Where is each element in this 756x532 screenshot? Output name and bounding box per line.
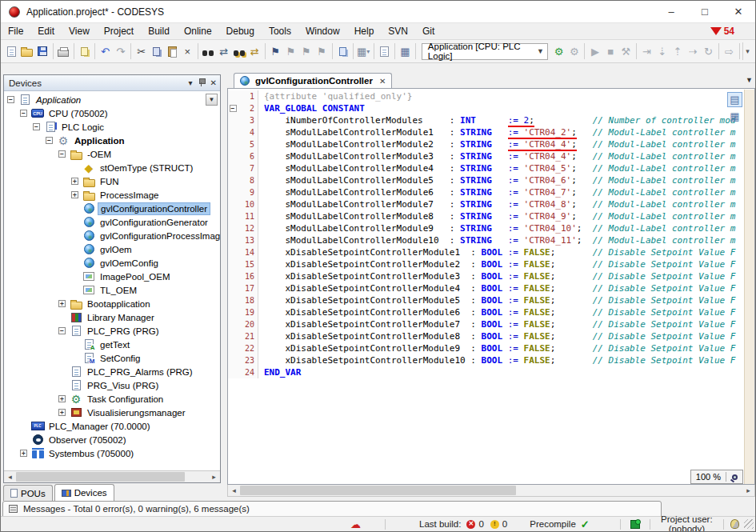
code-line[interactable]: 22 xDisableSetpointControllerModule9 : B… — [228, 342, 754, 354]
tab-pous[interactable]: POUs — [3, 485, 53, 501]
menu-project[interactable]: Project — [97, 24, 141, 38]
reset-icon[interactable]: ↻ — [701, 42, 716, 60]
step-out-icon[interactable]: ⇡ — [670, 42, 685, 60]
bookmark-toggle-icon[interactable]: ⚑ — [268, 42, 283, 60]
editor-vertical-scrollbar[interactable] — [744, 90, 754, 484]
maximize-button[interactable]: □ — [688, 1, 722, 22]
tree-item-plc-logic[interactable]: −PLC Logic — [4, 120, 220, 134]
code-line[interactable]: 21 xDisableSetpointControllerModule8 : B… — [228, 330, 754, 342]
expand-icon[interactable]: + — [58, 300, 66, 307]
tree-item-application[interactable]: −Application▼ — [4, 93, 220, 106]
toolbar-overflow-icon[interactable]: ▾ — [742, 42, 752, 60]
replace-in-project-icon[interactable]: ⇄ — [247, 42, 262, 60]
code-line[interactable]: 6 sModulLabelControllerModule3 : STRING … — [228, 150, 754, 162]
print-icon[interactable] — [56, 42, 71, 60]
tree-item-plc-manager-70-0000-[interactable]: PLCPLC_Manager (70.0000) — [4, 419, 220, 433]
code-line[interactable]: 4 sModulLabelControllerModule1 : STRING … — [228, 126, 754, 138]
export-pages-icon[interactable] — [334, 42, 350, 60]
replace-icon[interactable]: ⇄ — [216, 42, 231, 60]
save-project-icon[interactable] — [34, 42, 50, 60]
tree-item-fun[interactable]: +FUN — [4, 174, 220, 188]
new-object-icon[interactable] — [377, 42, 392, 60]
copy-pages-icon[interactable] — [77, 42, 92, 60]
start-icon[interactable]: ▶ — [587, 42, 602, 60]
code-line[interactable]: 19 xDisableSetpointControllerModule6 : B… — [228, 306, 754, 318]
logout-icon[interactable]: ⚙ — [566, 42, 582, 60]
code-line[interactable]: 20 xDisableSetpointControllerModule7 : B… — [228, 318, 754, 330]
tree-item-library-manager[interactable]: Library Manager — [4, 310, 220, 324]
messages-bar[interactable]: Messages - Total 0 error(s), 0 warning(s… — [2, 501, 662, 517]
menu-edit[interactable]: Edit — [30, 24, 62, 38]
device-catalog-icon[interactable]: ▦ — [398, 42, 413, 60]
scroll-right-icon[interactable]: ▸ — [208, 473, 220, 481]
active-application-combo[interactable]: Application [CPU: PLC Logic]▼ — [422, 43, 548, 60]
grid-options-icon[interactable]: ▦▾ — [356, 42, 371, 60]
code-line[interactable]: 17 xDisableSetpointControllerModule4 : B… — [228, 282, 754, 294]
resize-grip[interactable] — [744, 519, 754, 529]
find-in-project-icon[interactable] — [231, 42, 246, 60]
collapse-icon[interactable]: − — [33, 123, 40, 130]
tree-item-application[interactable]: −⚙Application — [4, 134, 220, 147]
code-line[interactable]: 9 sModulLabelControllerModule6 : STRING … — [228, 186, 754, 198]
collapse-icon[interactable]: − — [58, 327, 66, 334]
bookmark-prev-icon[interactable]: ⚑ — [283, 42, 298, 60]
menu-window[interactable]: Window — [298, 24, 347, 38]
tab-list-dropdown-icon[interactable]: ▼ — [746, 76, 753, 84]
code-line[interactable]: 14 xDisableSetpointControllerModule1 : B… — [228, 246, 754, 258]
panel-menu-icon[interactable]: ▾ — [189, 79, 193, 87]
code-line[interactable]: −2VAR_GLOBAL CONSTANT — [228, 102, 754, 114]
tree-item-gvlconfigurationprocessimage[interactable]: gvlConfigurationProcessImage — [4, 229, 220, 242]
menu-build[interactable]: Build — [141, 24, 177, 38]
menu-tools[interactable]: Tools — [262, 24, 298, 38]
code-line[interactable]: 8 sModulLabelControllerModule5 : STRING … — [228, 174, 754, 186]
tree-item-systembus-705000-[interactable]: +Systembus (705000) — [4, 446, 220, 460]
tree-item-stoemtype-struct-[interactable]: ◆stOemType (STRUCT) — [4, 161, 220, 174]
code-line[interactable]: 7 sModulLabelControllerModule4 : STRING … — [228, 162, 754, 174]
tree-item--oem[interactable]: −-OEM — [4, 147, 220, 161]
scroll-left-icon[interactable]: ◂ — [4, 473, 16, 481]
tree-item-processimage[interactable]: +ProcessImage — [4, 188, 220, 202]
menu-file[interactable]: File — [1, 24, 30, 38]
menu-git[interactable]: Git — [415, 24, 442, 38]
menu-view[interactable]: View — [62, 24, 97, 38]
tree-item-task-configuration[interactable]: +⚙Task Configuration — [4, 392, 220, 406]
code-line[interactable]: 1{attribute 'qualified_only'} — [228, 90, 754, 102]
tree-horizontal-scrollbar[interactable]: ◂ ▸ — [4, 470, 220, 482]
tree-item-gvloemconfig[interactable]: gvlOemConfig — [4, 256, 220, 270]
code-line[interactable]: 23 xDisableSetpointControllerModule10 : … — [228, 354, 754, 366]
tree-item-visualisierungsmanager[interactable]: +Visualisierungsmanager — [4, 406, 220, 419]
code-line[interactable]: 10 sModulLabelControllerModule7 : STRING… — [228, 198, 754, 210]
code-line[interactable]: 3 iNumberOfControllerModules : INT := 2;… — [228, 114, 754, 126]
code-line[interactable]: 13 sModulLabelControllerModule10 : STRIN… — [228, 234, 754, 246]
open-project-icon[interactable] — [19, 42, 34, 60]
tree-item-setconfig[interactable]: SetConfig — [4, 351, 220, 365]
new-file-icon[interactable] — [4, 42, 19, 60]
expand-icon[interactable]: + — [71, 191, 78, 198]
expand-icon[interactable]: + — [71, 178, 78, 185]
fold-collapse-icon[interactable]: − — [230, 105, 237, 112]
flow-control-icon[interactable]: ⇨ — [722, 42, 737, 60]
alerts-indicator[interactable]: 54 — [710, 26, 734, 37]
bookmark-next-icon[interactable]: ⚑ — [298, 42, 314, 60]
panel-close-icon[interactable]: ✕ — [210, 79, 217, 87]
expand-icon[interactable]: + — [58, 395, 66, 402]
menu-debug[interactable]: Debug — [219, 24, 262, 38]
paste-icon[interactable] — [165, 42, 180, 60]
expand-icon[interactable]: + — [58, 409, 66, 416]
close-button[interactable]: ✕ — [722, 1, 755, 22]
tree-item-cpu-705002-[interactable]: −CPUCPU (705002) — [4, 106, 220, 120]
find-icon[interactable] — [201, 42, 216, 60]
pin-icon[interactable] — [198, 78, 205, 88]
collapse-icon[interactable]: − — [58, 150, 66, 158]
copy-icon[interactable] — [149, 42, 164, 60]
code-line[interactable]: 5 sModulLabelControllerModule2 : STRING … — [228, 138, 754, 150]
run-to-cursor-icon[interactable]: ⇢ — [686, 42, 701, 60]
collapse-icon[interactable]: − — [46, 137, 53, 144]
cut-icon[interactable]: ✂ — [134, 42, 149, 60]
scroll-right-icon[interactable]: ▸ — [742, 486, 754, 494]
tree-item-plc-prg-prg-[interactable]: −PLC_PRG (PRG) — [4, 324, 220, 338]
tree-item-gvloem[interactable]: gvlOem — [4, 242, 220, 256]
code-line[interactable]: 18 xDisableSetpointControllerModule5 : B… — [228, 294, 754, 306]
editor-tab-gvlconfigurationcontroller[interactable]: gvlConfigurationController ✕ — [234, 73, 392, 88]
tree-item-tl-oem[interactable]: TL_OEM — [4, 283, 220, 297]
